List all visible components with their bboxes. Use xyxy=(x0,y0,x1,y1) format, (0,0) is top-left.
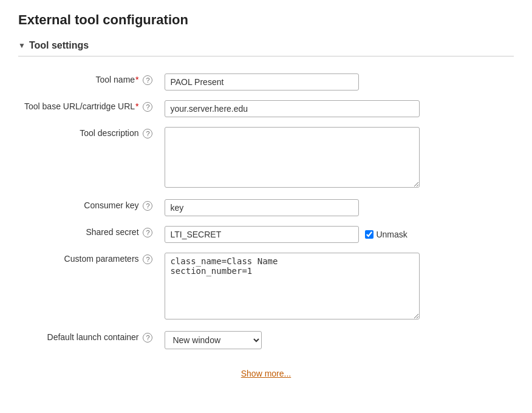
tool-base-url-input[interactable] xyxy=(165,100,420,117)
consumer-key-label-cell: Consumer key ? xyxy=(18,194,159,221)
show-more-link[interactable]: Show more... xyxy=(18,369,514,378)
shared-secret-input[interactable] xyxy=(165,226,359,243)
launch-container-label: Default launch container xyxy=(47,332,139,342)
custom-parameters-label-cell: Custom parameters ? xyxy=(18,248,159,326)
launch-container-row: Default launch container ? New window De… xyxy=(18,326,514,354)
launch-container-label-cell: Default launch container ? xyxy=(18,326,159,354)
custom-parameters-label: Custom parameters xyxy=(64,254,139,264)
shared-secret-field-cell: Unmask xyxy=(159,221,514,248)
consumer-key-help-icon[interactable]: ? xyxy=(143,201,152,211)
consumer-key-field-cell xyxy=(159,194,514,221)
tool-base-url-label-cell: Tool base URL/cartridge URL* ? xyxy=(18,95,159,122)
shared-secret-help-icon[interactable]: ? xyxy=(143,228,152,237)
tool-description-help-icon[interactable]: ? xyxy=(143,129,152,138)
launch-container-help-icon[interactable]: ? xyxy=(143,333,152,343)
tool-description-textarea[interactable] xyxy=(165,127,420,188)
page-title: External tool configuration xyxy=(18,12,514,28)
custom-parameters-row: Custom parameters ? class_name=Class Nam… xyxy=(18,248,514,326)
shared-secret-label-cell: Shared secret ? xyxy=(18,221,159,248)
tool-description-field-cell xyxy=(159,122,514,194)
shared-secret-row: Shared secret ? Unmask xyxy=(18,221,514,248)
tool-name-input[interactable] xyxy=(165,73,359,90)
tool-name-field-cell xyxy=(159,69,514,95)
custom-parameters-field-cell: class_name=Class Name section_number=1 xyxy=(159,248,514,326)
tool-name-required: * xyxy=(135,75,138,84)
tool-base-url-field-cell xyxy=(159,95,514,122)
consumer-key-input[interactable] xyxy=(165,199,359,216)
unmask-text: Unmask xyxy=(376,230,407,239)
shared-secret-label: Shared secret xyxy=(86,227,138,237)
consumer-key-label: Consumer key xyxy=(84,200,138,210)
tool-base-url-label: Tool base URL/cartridge URL xyxy=(24,101,135,111)
consumer-key-row: Consumer key ? xyxy=(18,194,514,221)
tool-name-label: Tool name xyxy=(96,75,135,84)
tool-description-label: Tool description xyxy=(80,128,138,138)
tool-base-url-help-icon[interactable]: ? xyxy=(143,102,152,112)
custom-parameters-textarea[interactable]: class_name=Class Name section_number=1 xyxy=(165,253,420,319)
tool-description-row: Tool description ? xyxy=(18,122,514,194)
tool-name-row: Tool name* ? xyxy=(18,69,514,95)
unmask-label[interactable]: Unmask xyxy=(365,230,407,239)
unmask-checkbox[interactable] xyxy=(365,230,373,239)
tool-name-help-icon[interactable]: ? xyxy=(143,75,152,85)
tool-settings-label: Tool settings xyxy=(29,40,89,51)
tool-settings-section-header: ▼ Tool settings xyxy=(18,40,514,56)
tool-base-url-required: * xyxy=(135,101,138,111)
shared-secret-row-container: Unmask xyxy=(165,226,508,243)
launch-container-field-cell: New window Default Full screen iFrame Em… xyxy=(159,326,514,354)
tool-description-label-cell: Tool description ? xyxy=(18,122,159,194)
tool-base-url-row: Tool base URL/cartridge URL* ? xyxy=(18,95,514,122)
launch-container-select[interactable]: New window Default Full screen iFrame Em… xyxy=(165,331,262,349)
tool-name-label-cell: Tool name* ? xyxy=(18,69,159,95)
custom-parameters-help-icon[interactable]: ? xyxy=(143,254,152,264)
form-table: Tool name* ? Tool base URL/cartridge URL… xyxy=(18,69,514,354)
collapse-arrow-icon[interactable]: ▼ xyxy=(18,41,26,50)
